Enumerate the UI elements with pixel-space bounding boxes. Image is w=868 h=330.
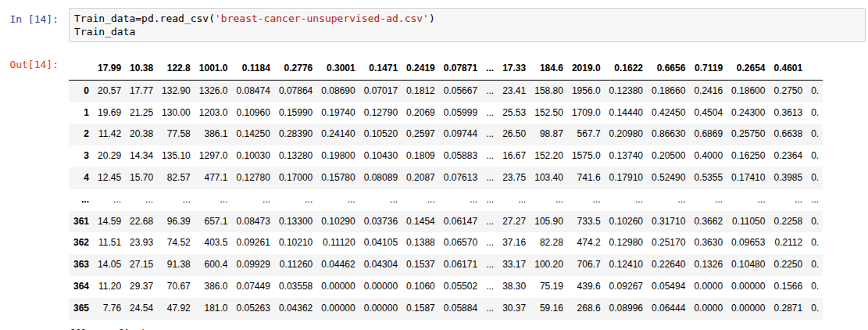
table-cell: ... — [530, 189, 567, 211]
table-cell: 1575.0 — [567, 145, 605, 167]
table-cell: 0.3662 — [689, 211, 727, 233]
table-cell: 0.6638 — [769, 124, 806, 145]
table-cell: 0.10210 — [274, 232, 316, 254]
table-cell: 1297.0 — [195, 145, 232, 167]
table-cell: 98.87 — [530, 124, 567, 145]
code-editor[interactable]: Train_data=pd.read_csv('breast-cancer-un… — [74, 12, 860, 38]
table-cell: ... — [481, 298, 498, 320]
column-header: 0.3001 — [316, 58, 359, 80]
table-cell: 29.37 — [125, 276, 157, 298]
table-cell: 0.10290 — [316, 211, 359, 233]
table-cell: 0.09653 — [727, 232, 769, 254]
code-input-area[interactable]: Train_data=pd.read_csv('breast-cancer-un… — [69, 8, 866, 42]
table-cell: 0.08473 — [232, 211, 274, 233]
table-cell: ... — [93, 189, 125, 211]
table-cell: 0.0000 — [689, 298, 727, 320]
table-cell: ... — [232, 189, 274, 211]
jupyter-notebook: In [14]: Train_data=pd.read_csv('breast-… — [0, 0, 868, 330]
table-cell: 0.2871 — [769, 298, 806, 320]
table-cell: 0.2112 — [769, 232, 806, 254]
table-cell: 22.68 — [125, 211, 157, 233]
table-cell: 0.04304 — [359, 254, 402, 276]
table-row: 412.4515.7082.57477.10.127800.170000.157… — [69, 167, 823, 189]
table-cell: 0.09929 — [232, 254, 274, 276]
table-cell: 0.00000 — [316, 276, 359, 298]
table-cell: 0.09744 — [439, 124, 481, 145]
table-cell: 20.29 — [93, 145, 125, 167]
column-header — [806, 58, 823, 80]
code-line-2: Train_data — [74, 26, 135, 38]
table-cell: 23.93 — [125, 232, 157, 254]
table-cell: 0. — [806, 298, 823, 320]
table-cell: 0.3613 — [769, 102, 806, 124]
dataframe-header: 17.9910.38122.81001.00.11840.27760.30010… — [69, 58, 823, 80]
code-line-1: Train_data=pd.read_csv('breast-cancer-un… — [74, 13, 435, 24]
table-cell: 38.30 — [498, 276, 530, 298]
table-cell: ... — [481, 189, 498, 211]
table-cell: ... — [157, 189, 195, 211]
table-cell: 0.19740 — [316, 102, 359, 124]
table-cell: 0.06444 — [647, 298, 689, 320]
table-cell: ... — [605, 189, 647, 211]
table-cell: ... — [316, 189, 359, 211]
table-cell: 0.0000 — [689, 276, 727, 298]
table-cell: 0.10520 — [359, 124, 402, 145]
table-cell: 0.13740 — [605, 145, 647, 167]
table-cell: 0. — [806, 102, 823, 124]
table-cell: 14.34 — [125, 145, 157, 167]
table-cell: 91.38 — [157, 254, 195, 276]
row-index: 3 — [69, 145, 93, 167]
column-header: 0.4601 — [769, 58, 806, 80]
table-cell: 0.20500 — [647, 145, 689, 167]
code-text-post: ) — [429, 13, 435, 24]
table-cell: 0.4000 — [689, 145, 727, 167]
row-index: 1 — [69, 102, 93, 124]
table-cell: 0.86630 — [647, 124, 689, 145]
input-prompt: In [14]: — [0, 8, 69, 26]
table-cell: 82.57 — [157, 167, 195, 189]
table-cell: ... — [359, 189, 402, 211]
table-cell: ... — [195, 189, 232, 211]
table-row: 36411.2029.3770.67386.00.074490.035580.0… — [69, 276, 823, 298]
table-cell: 0.05494 — [647, 276, 689, 298]
table-cell: ... — [481, 167, 498, 189]
code-cell: In [14]: Train_data=pd.read_csv('breast-… — [0, 8, 868, 42]
column-header: 0.2654 — [727, 58, 769, 80]
table-cell: 0.07613 — [439, 167, 481, 189]
table-cell: 0.24300 — [727, 102, 769, 124]
table-cell: 0.1812 — [402, 80, 439, 102]
table-cell: 0.05667 — [439, 80, 481, 102]
row-index: 361 — [69, 211, 93, 233]
table-cell: ... — [402, 189, 439, 211]
table-cell: 0.2250 — [769, 254, 806, 276]
table-cell: 26.50 — [498, 124, 530, 145]
table-cell: 0.06570 — [439, 232, 481, 254]
table-cell: 0.2087 — [402, 167, 439, 189]
table-cell: 0. — [806, 80, 823, 102]
table-row: 020.5717.77132.901326.00.084740.078640.0… — [69, 80, 823, 102]
table-cell: ... — [481, 102, 498, 124]
table-cell: 0.3985 — [769, 167, 806, 189]
table-cell: 82.28 — [530, 232, 567, 254]
column-header: 0.07871 — [439, 58, 481, 80]
table-cell: 0.05999 — [439, 102, 481, 124]
table-cell: ... — [727, 189, 769, 211]
table-cell: 0.17000 — [274, 167, 316, 189]
table-cell: 1203.0 — [195, 102, 232, 124]
column-header: 0.1622 — [605, 58, 647, 80]
row-index: 362 — [69, 232, 93, 254]
table-cell: 17.77 — [125, 80, 157, 102]
table-cell: 20.57 — [93, 80, 125, 102]
table-cell: 1709.0 — [567, 102, 605, 124]
table-cell: 0.07017 — [359, 80, 402, 102]
table-cell: 0.12410 — [605, 254, 647, 276]
table-cell: 0.04362 — [274, 298, 316, 320]
table-cell: 0.10480 — [727, 254, 769, 276]
table-cell: 0. — [806, 211, 823, 233]
table-cell: ... — [439, 189, 481, 211]
table-cell: 0.25170 — [647, 232, 689, 254]
table-cell: 0.12780 — [232, 167, 274, 189]
table-cell: 25.53 — [498, 102, 530, 124]
table-cell: 706.7 — [567, 254, 605, 276]
table-cell: 135.10 — [157, 145, 195, 167]
